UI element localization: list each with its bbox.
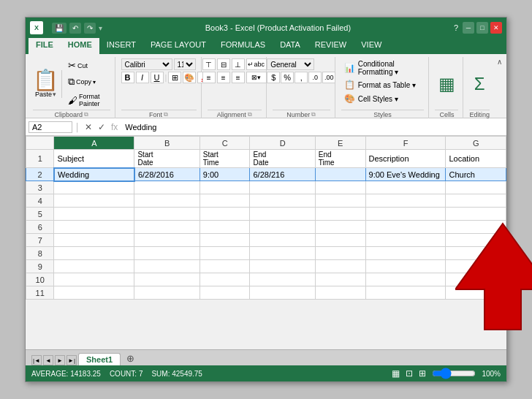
font-size-select[interactable]: 11 [174, 58, 196, 70]
number-expand-icon[interactable]: ⧉ [311, 111, 316, 118]
comma-button[interactable]: , [294, 72, 308, 83]
decrease-decimal-button[interactable]: .00 [322, 72, 335, 83]
merge-center-button[interactable]: ⊠▾ [246, 72, 267, 83]
align-middle-button[interactable]: ⊟ [217, 58, 230, 70]
clipboard-label: Clipboard [54, 111, 83, 118]
sheet-tab-sheet1[interactable]: Sheet1 [78, 353, 121, 365]
align-bottom-button[interactable]: ⊥ [232, 58, 245, 70]
sheet-scroll-right-end[interactable]: ►| [66, 355, 77, 365]
cell-f1[interactable]: Description [365, 150, 446, 168]
font-expand-icon[interactable]: ⧉ [164, 111, 168, 118]
row-number: 1 [26, 150, 54, 168]
cell-b1[interactable]: StartDate [134, 150, 200, 168]
row-number: 5 [26, 208, 54, 221]
cell-a3[interactable] [54, 181, 134, 194]
cell-e2[interactable] [315, 168, 365, 181]
cells-icon: ▦ [438, 74, 455, 94]
fill-color-button[interactable]: 🎨 [183, 72, 196, 83]
tab-data[interactable]: DATA [273, 38, 308, 54]
sheet-scroll-left-start[interactable]: |◄ [31, 355, 42, 365]
align-center-button[interactable]: ≡ [217, 72, 230, 83]
maximize-button[interactable]: □ [476, 22, 488, 34]
close-button[interactable]: ✕ [490, 22, 502, 34]
page-layout-view-button[interactable]: ⊡ [406, 368, 413, 379]
cell-a2[interactable]: Wedding [54, 168, 134, 181]
page-break-view-button[interactable]: ⊞ [419, 368, 426, 379]
row-number: 8 [26, 247, 54, 260]
tab-review[interactable]: REVIEW [308, 38, 354, 54]
number-format-select[interactable]: General [267, 58, 314, 70]
col-header-a[interactable]: A [54, 137, 134, 150]
wrap-text-button[interactable]: ↵abc [246, 58, 267, 70]
cell-a1[interactable]: Subject [54, 150, 134, 168]
table-row: 11 [26, 286, 506, 300]
tab-view[interactable]: VIEW [354, 38, 389, 54]
table-row: 1 Subject StartDate StartTime EndDate En… [26, 150, 506, 168]
bold-button[interactable]: B [121, 72, 134, 83]
border-button[interactable]: ⊞ [168, 72, 181, 83]
paste-label[interactable]: Paste [35, 91, 52, 98]
sheet-scroll-right[interactable]: ► [55, 355, 65, 365]
table-row: 5 [26, 208, 506, 221]
col-header-e[interactable]: E [315, 137, 365, 150]
align-top-button[interactable]: ⊤ [202, 58, 216, 70]
add-sheet-button[interactable]: ⊕ [122, 352, 139, 365]
cell-d1[interactable]: EndDate [250, 150, 315, 168]
col-header-b[interactable]: B [134, 137, 200, 150]
formula-input[interactable] [122, 123, 503, 132]
col-header-g[interactable]: G [446, 137, 506, 150]
normal-view-button[interactable]: ▦ [392, 368, 400, 379]
confirm-formula-button[interactable]: ✓ [96, 122, 107, 132]
cell-g1[interactable]: Location [446, 150, 506, 168]
col-header-d[interactable]: D [250, 137, 315, 150]
paste-dropdown[interactable]: ▾ [53, 91, 56, 98]
sheet-scroll-arrows: |◄ ◄ ► ►| [31, 355, 77, 365]
align-left-button[interactable]: ≡ [202, 72, 216, 83]
cell-f2[interactable]: 9:00 Eve's Wedding [365, 168, 446, 181]
cell-g2[interactable]: Church [446, 168, 506, 181]
tab-file[interactable]: FILE [28, 38, 61, 54]
col-header-f[interactable]: F [365, 137, 446, 150]
cell-d2[interactable]: 6/28/216 [250, 168, 315, 181]
currency-button[interactable]: $ [267, 72, 280, 83]
alignment-expand-icon[interactable]: ⧉ [248, 111, 252, 118]
cut-button[interactable]: ✂Cut [66, 58, 110, 72]
format-painter-button[interactable]: 🖌Format Painter [66, 91, 110, 109]
tab-page-layout[interactable]: PAGE LAYOUT [143, 38, 213, 54]
cell-b2[interactable]: 6/28/2016 [134, 168, 200, 181]
tab-formulas[interactable]: FORMULAS [213, 38, 273, 54]
tab-home[interactable]: HOME [61, 38, 99, 54]
status-average: AVERAGE: 14183.25 [31, 370, 101, 378]
font-name-select[interactable]: Calibri [121, 58, 172, 70]
help-icon[interactable]: ? [454, 23, 458, 32]
cell-c2[interactable]: 9:00 [200, 168, 250, 181]
cell-e1[interactable]: EndTime [315, 150, 365, 168]
row-header-corner [26, 137, 54, 150]
sheet-scroll-left[interactable]: ◄ [43, 355, 53, 365]
clipboard-expand-icon[interactable]: ⧉ [84, 111, 88, 118]
increase-decimal-button[interactable]: .0 [308, 72, 322, 83]
zoom-slider[interactable] [432, 370, 476, 376]
cancel-formula-button[interactable]: ✕ [83, 122, 94, 132]
redo-button[interactable]: ↷ [84, 23, 96, 34]
undo-button[interactable]: ↶ [69, 23, 81, 34]
tab-insert[interactable]: INSERT [99, 38, 143, 54]
cell-c1[interactable]: StartTime [200, 150, 250, 168]
copy-button[interactable]: ⧉Copy▾ [66, 75, 110, 89]
format-as-table-button[interactable]: 📋 Format as Table ▾ [341, 78, 425, 91]
align-right-button[interactable]: ≡ [232, 72, 245, 83]
row-number: 3 [26, 181, 54, 194]
save-button[interactable]: 💾 [52, 23, 66, 34]
sheet-scroll[interactable]: A B C D E F G 1 Subject [26, 136, 506, 349]
minimize-button[interactable]: ─ [463, 22, 474, 34]
conditional-formatting-button[interactable]: 📊 Conditional Formatting ▾ [341, 58, 425, 77]
cell-styles-button[interactable]: 🎨 Cell Styles ▾ [341, 92, 425, 105]
percent-button[interactable]: % [281, 72, 294, 83]
ribbon-collapse-button[interactable]: ∧ [495, 57, 503, 120]
fx-label: fx [110, 122, 119, 132]
number-label: Number [286, 111, 310, 118]
italic-button[interactable]: I [136, 72, 149, 83]
cell-reference-input[interactable] [28, 121, 72, 133]
col-header-c[interactable]: C [200, 137, 250, 150]
underline-button[interactable]: U [151, 72, 164, 83]
